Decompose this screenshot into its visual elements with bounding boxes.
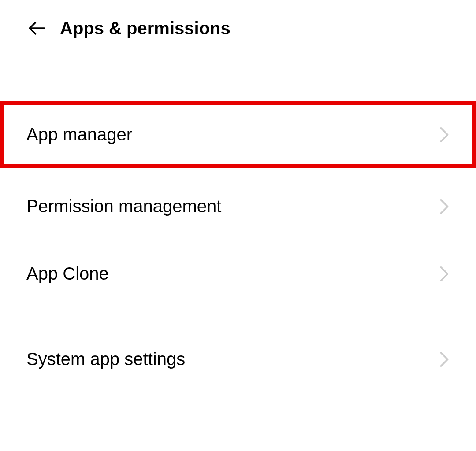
list-item-app-clone[interactable]: App Clone [0, 244, 476, 303]
spacer [0, 168, 476, 177]
back-arrow-icon [27, 18, 47, 38]
header: Apps & permissions [0, 0, 476, 61]
chevron-right-icon [439, 129, 450, 140]
list-item-label: App Clone [26, 264, 109, 284]
back-button[interactable] [26, 18, 48, 39]
chevron-right-icon [439, 269, 450, 279]
chevron-right-icon [439, 201, 450, 212]
list-item-app-manager[interactable]: App manager [0, 101, 476, 168]
chevron-right-icon [439, 354, 450, 365]
spacer [0, 321, 476, 330]
divider [26, 312, 450, 312]
list-item-label: Permission management [26, 196, 221, 216]
list-item-label: System app settings [26, 349, 185, 369]
settings-list: App manager Permission management App Cl… [0, 61, 476, 388]
list-item-label: App manager [26, 125, 132, 144]
list-item-system-app-settings[interactable]: System app settings [0, 330, 476, 388]
page-title: Apps & permissions [60, 18, 231, 38]
spacer [0, 236, 476, 244]
list-item-permission-management[interactable]: Permission management [0, 177, 476, 236]
